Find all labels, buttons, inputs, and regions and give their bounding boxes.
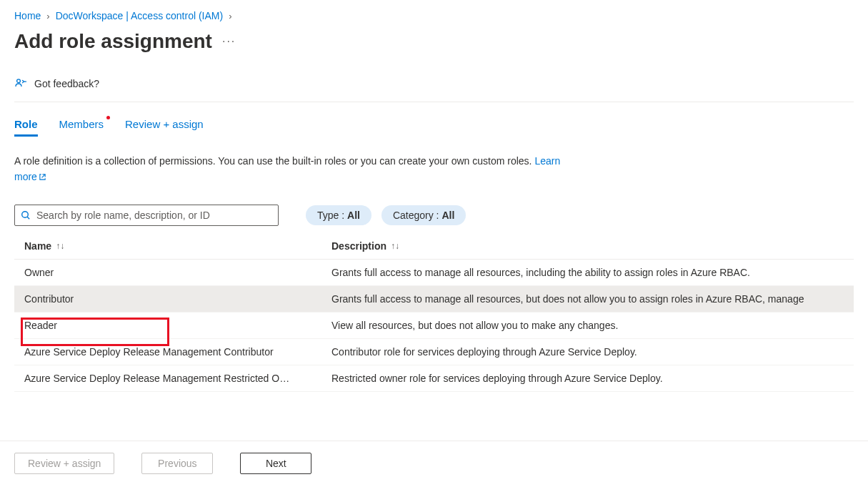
filter-category-pill[interactable]: Category : All (381, 205, 466, 225)
sort-icon: ↑↓ (391, 241, 399, 251)
filter-category-label: Category : (393, 210, 442, 221)
tab-members[interactable]: Members (59, 118, 104, 137)
role-description: Restricted owner role for services deplo… (331, 373, 854, 384)
chevron-right-icon: › (229, 11, 231, 21)
column-header-description-label: Description (331, 240, 386, 252)
table-row[interactable]: Contributor Grants full access to manage… (14, 286, 854, 313)
tab-review-assign[interactable]: Review + assign (125, 118, 204, 137)
table-row[interactable]: Azure Service Deploy Release Management … (14, 339, 854, 365)
search-input[interactable] (36, 210, 272, 221)
column-header-description[interactable]: Description ↑↓ (331, 240, 854, 252)
svg-point-1 (22, 212, 29, 218)
role-name: Reader (24, 320, 331, 331)
filter-type-value: All (347, 210, 360, 221)
feedback-link[interactable]: Got feedback? (34, 78, 99, 89)
sort-icon: ↑↓ (56, 241, 64, 251)
external-link-icon (39, 173, 46, 181)
chevron-right-icon: › (46, 11, 49, 21)
description-body: A role definition is a collection of per… (14, 155, 534, 167)
role-description: Grants full access to manage all resourc… (331, 267, 854, 278)
breadcrumb: Home › DocWorkspace | Access control (IA… (14, 10, 854, 21)
filter-type-pill[interactable]: Type : All (306, 205, 371, 225)
breadcrumb-home[interactable]: Home (14, 10, 41, 21)
role-description: View all resources, but does not allow y… (331, 320, 854, 331)
roles-table: Name ↑↓ Description ↑↓ Owner Grants full… (14, 240, 854, 392)
more-icon[interactable]: ··· (222, 35, 236, 48)
notification-dot-icon (106, 116, 110, 119)
role-description: Contributor role for services deploying … (331, 346, 854, 358)
table-row[interactable]: Owner Grants full access to manage all r… (14, 260, 854, 286)
next-button[interactable]: Next (240, 453, 311, 474)
role-name: Azure Service Deploy Release Management … (24, 373, 331, 384)
filter-type-label: Type : (317, 210, 347, 221)
tabs: Role Members Review + assign (14, 118, 854, 137)
svg-point-0 (17, 79, 21, 83)
role-name: Azure Service Deploy Release Management … (24, 346, 331, 358)
search-box[interactable] (14, 205, 279, 226)
review-assign-button: Review + assign (14, 453, 114, 474)
role-name: Owner (24, 267, 331, 278)
page-title: Add role assignment (14, 30, 212, 53)
tab-role[interactable]: Role (14, 118, 38, 137)
search-icon (21, 210, 31, 220)
filter-category-value: All (442, 210, 454, 221)
breadcrumb-workspace[interactable]: DocWorkspace | Access control (IAM) (56, 10, 223, 21)
tab-members-label: Members (59, 118, 104, 130)
table-row[interactable]: Reader View all resources, but does not … (14, 313, 854, 339)
table-header: Name ↑↓ Description ↑↓ (14, 240, 854, 260)
role-description-text: A role definition is a collection of per… (14, 154, 572, 185)
previous-button: Previous (141, 453, 213, 474)
footer: Review + assign Previous Next (0, 441, 868, 487)
role-name: Contributor (24, 293, 331, 305)
feedback-icon (14, 77, 27, 90)
table-row[interactable]: Azure Service Deploy Release Management … (14, 365, 854, 392)
column-header-name[interactable]: Name ↑↓ (24, 240, 331, 252)
column-header-name-label: Name (24, 240, 51, 252)
role-description: Grants full access to manage all resourc… (331, 293, 854, 305)
